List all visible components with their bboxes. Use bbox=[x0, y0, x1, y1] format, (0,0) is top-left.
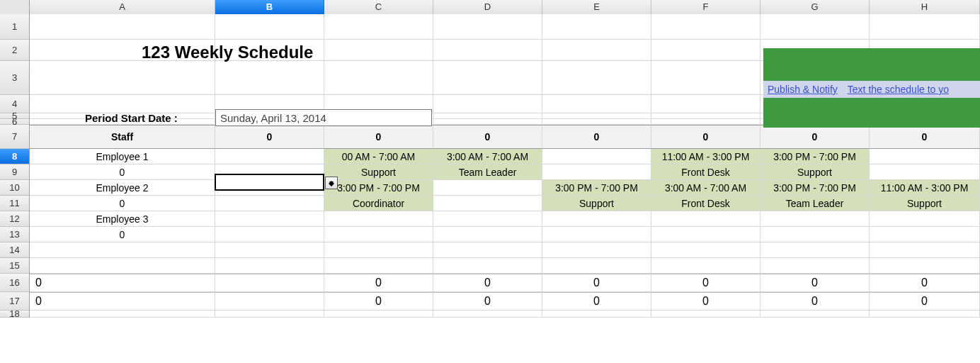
cell[interactable] bbox=[324, 311, 433, 318]
staff-name[interactable]: Employee 3 bbox=[30, 211, 215, 227]
shift-role[interactable]: Coordinator bbox=[324, 196, 433, 211]
cell[interactable] bbox=[870, 227, 980, 242]
cell[interactable] bbox=[433, 211, 542, 227]
cell[interactable] bbox=[760, 242, 870, 258]
text-schedule-link[interactable]: Text the schedule to yo bbox=[848, 84, 949, 95]
cell[interactable] bbox=[760, 211, 870, 227]
cell[interactable] bbox=[542, 164, 651, 180]
cell[interactable] bbox=[433, 113, 542, 119]
header-day-2[interactable]: 0 bbox=[433, 125, 542, 149]
cell[interactable] bbox=[324, 242, 433, 258]
cell[interactable] bbox=[542, 227, 651, 242]
shift-role[interactable]: Support bbox=[870, 196, 980, 211]
cell[interactable] bbox=[433, 40, 542, 61]
totals-cell[interactable]: 0 bbox=[324, 292, 433, 311]
header-staff[interactable]: Staff bbox=[30, 125, 215, 149]
cell[interactable] bbox=[870, 311, 980, 318]
totals-cell[interactable]: 0 bbox=[651, 292, 760, 311]
cell[interactable] bbox=[651, 40, 760, 61]
cell[interactable] bbox=[542, 149, 651, 164]
cell[interactable] bbox=[30, 258, 215, 274]
totals-cell[interactable]: 0 bbox=[30, 274, 215, 292]
cell[interactable] bbox=[651, 95, 760, 113]
col-header-G[interactable]: G bbox=[760, 0, 870, 14]
row-header-6[interactable]: 6 bbox=[0, 119, 29, 125]
totals-cell[interactable]: 0 bbox=[760, 292, 870, 311]
shift-role[interactable]: Support bbox=[760, 164, 870, 180]
col-header-B[interactable]: B bbox=[215, 0, 324, 14]
shift-role[interactable]: Support bbox=[324, 164, 433, 180]
cell[interactable] bbox=[324, 227, 433, 242]
totals-cell[interactable]: 0 bbox=[433, 274, 542, 292]
cell[interactable] bbox=[433, 180, 542, 196]
shift-time[interactable]: 3:00 AM - 7:00 AM bbox=[433, 149, 542, 164]
shift-time[interactable]: 3:00 PM - 7:00 PM bbox=[324, 180, 433, 196]
row-header-8[interactable]: 8 bbox=[0, 149, 29, 164]
cell[interactable] bbox=[433, 196, 542, 211]
header-day-0[interactable]: 0 bbox=[215, 125, 324, 149]
cell[interactable] bbox=[870, 211, 980, 227]
select-all-corner[interactable] bbox=[0, 0, 30, 14]
col-header-C[interactable]: C bbox=[324, 0, 433, 14]
cell[interactable] bbox=[651, 113, 760, 119]
cell[interactable] bbox=[651, 227, 760, 242]
cell[interactable] bbox=[542, 61, 651, 95]
cell[interactable] bbox=[433, 61, 542, 95]
totals-cell[interactable]: 0 bbox=[870, 274, 980, 292]
cell[interactable] bbox=[870, 14, 980, 40]
totals-cell[interactable]: 0 bbox=[870, 292, 980, 311]
totals-cell[interactable]: 0 bbox=[433, 292, 542, 311]
cell[interactable] bbox=[215, 311, 324, 318]
header-day-5[interactable]: 0 bbox=[760, 125, 870, 149]
totals-cell[interactable]: 0 bbox=[30, 292, 215, 311]
cell[interactable] bbox=[30, 95, 215, 113]
cell[interactable] bbox=[30, 242, 215, 258]
row-header-15[interactable]: 15 bbox=[0, 258, 29, 274]
header-day-1[interactable]: 0 bbox=[324, 125, 433, 149]
row-header-11[interactable]: 11 bbox=[0, 196, 29, 211]
cell[interactable] bbox=[215, 258, 324, 274]
shift-role[interactable]: Team Leader bbox=[760, 196, 870, 211]
cell[interactable] bbox=[215, 164, 324, 180]
shift-time[interactable]: 3:00 PM - 7:00 PM bbox=[760, 180, 870, 196]
staff-name[interactable]: Employee 2 bbox=[30, 180, 215, 196]
row-header-18[interactable]: 18 bbox=[0, 311, 29, 318]
cell[interactable] bbox=[215, 211, 324, 227]
shift-time[interactable]: 3:00 PM - 7:00 PM bbox=[760, 149, 870, 164]
cell-dropdown-button[interactable] bbox=[325, 177, 338, 189]
col-header-D[interactable]: D bbox=[433, 0, 542, 14]
cell[interactable] bbox=[651, 61, 760, 95]
row-header-14[interactable]: 14 bbox=[0, 242, 29, 258]
cell[interactable] bbox=[760, 258, 870, 274]
cell[interactable] bbox=[433, 227, 542, 242]
shift-time[interactable]: 11:00 AM - 3:00 PM bbox=[870, 180, 980, 196]
shift-role[interactable]: Front Desk bbox=[651, 164, 760, 180]
cell[interactable] bbox=[651, 211, 760, 227]
totals-cell[interactable] bbox=[215, 292, 324, 311]
period-start-date-input[interactable]: Sunday, April 13, 2014 bbox=[215, 109, 432, 126]
cell[interactable] bbox=[870, 242, 980, 258]
cell[interactable] bbox=[651, 311, 760, 318]
cell[interactable] bbox=[215, 149, 324, 164]
cell[interactable] bbox=[433, 242, 542, 258]
cell[interactable] bbox=[433, 95, 542, 113]
row-header-7[interactable]: 7 bbox=[0, 125, 29, 149]
cell[interactable] bbox=[651, 242, 760, 258]
cell[interactable] bbox=[542, 119, 651, 125]
cell[interactable] bbox=[542, 258, 651, 274]
cell[interactable] bbox=[30, 61, 215, 95]
row-header-12[interactable]: 12 bbox=[0, 211, 29, 227]
cell[interactable] bbox=[870, 258, 980, 274]
cell[interactable] bbox=[215, 242, 324, 258]
staff-name[interactable]: Employee 1 bbox=[30, 149, 215, 164]
cell[interactable] bbox=[30, 311, 215, 318]
col-header-E[interactable]: E bbox=[542, 0, 651, 14]
col-header-H[interactable]: H bbox=[870, 0, 980, 14]
header-day-6[interactable]: 0 bbox=[870, 125, 980, 149]
cell[interactable] bbox=[542, 211, 651, 227]
shift-time[interactable]: 3:00 AM - 7:00 AM bbox=[651, 180, 760, 196]
cell[interactable] bbox=[324, 14, 433, 40]
cell[interactable] bbox=[760, 311, 870, 318]
cell[interactable] bbox=[215, 180, 324, 196]
cell[interactable] bbox=[324, 211, 433, 227]
